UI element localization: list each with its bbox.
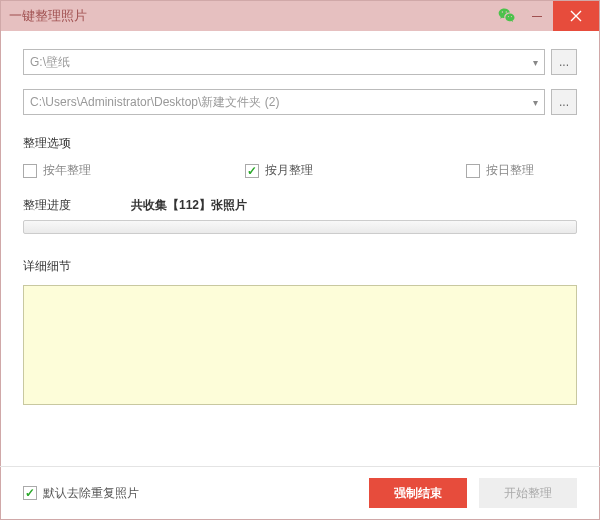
checkbox-by-month[interactable] (245, 164, 259, 178)
minimize-button[interactable] (521, 1, 553, 31)
option-by-month-label: 按月整理 (265, 162, 313, 179)
source-path-value: G:\壁纸 (30, 54, 70, 71)
browse-source-button[interactable]: ... (551, 49, 577, 75)
browse-dest-button[interactable]: ... (551, 89, 577, 115)
content-area: G:\壁纸 ▾ ... C:\Users\Administrator\Deskt… (1, 31, 599, 466)
option-by-year[interactable]: 按年整理 (23, 162, 245, 179)
options-row: 按年整理 按月整理 按日整理 (23, 162, 577, 179)
detail-label: 详细细节 (23, 258, 577, 275)
checkbox-by-day[interactable] (466, 164, 480, 178)
dedupe-label: 默认去除重复照片 (43, 485, 139, 502)
dedupe-option[interactable]: 默认去除重复照片 (23, 485, 139, 502)
footer: 默认去除重复照片 强制结束 开始整理 (1, 467, 599, 519)
option-by-day[interactable]: 按日整理 (466, 162, 534, 179)
chevron-down-icon: ▾ (533, 57, 538, 68)
force-stop-button[interactable]: 强制结束 (369, 478, 467, 508)
dest-path-value: C:\Users\Administrator\Desktop\新建文件夹 (2) (30, 94, 279, 111)
option-by-year-label: 按年整理 (43, 162, 91, 179)
checkbox-by-year[interactable] (23, 164, 37, 178)
chevron-down-icon: ▾ (533, 97, 538, 108)
dest-path-combo[interactable]: C:\Users\Administrator\Desktop\新建文件夹 (2)… (23, 89, 545, 115)
start-button: 开始整理 (479, 478, 577, 508)
progress-status: 共收集【112】张照片 (131, 197, 247, 214)
detail-box (23, 285, 577, 405)
window-title: 一键整理照片 (9, 7, 87, 25)
titlebar: 一键整理照片 (1, 1, 599, 31)
checkbox-dedupe[interactable] (23, 486, 37, 500)
option-by-month[interactable]: 按月整理 (245, 162, 467, 179)
options-label: 整理选项 (23, 135, 577, 152)
progress-bar (23, 220, 577, 234)
close-button[interactable] (553, 1, 599, 31)
wechat-icon[interactable] (493, 1, 521, 31)
app-window: 一键整理照片 G:\壁纸 ▾ ... C:\Users\Administrato… (0, 0, 600, 520)
option-by-day-label: 按日整理 (486, 162, 534, 179)
source-path-combo[interactable]: G:\壁纸 ▾ (23, 49, 545, 75)
progress-label: 整理进度 (23, 197, 71, 214)
